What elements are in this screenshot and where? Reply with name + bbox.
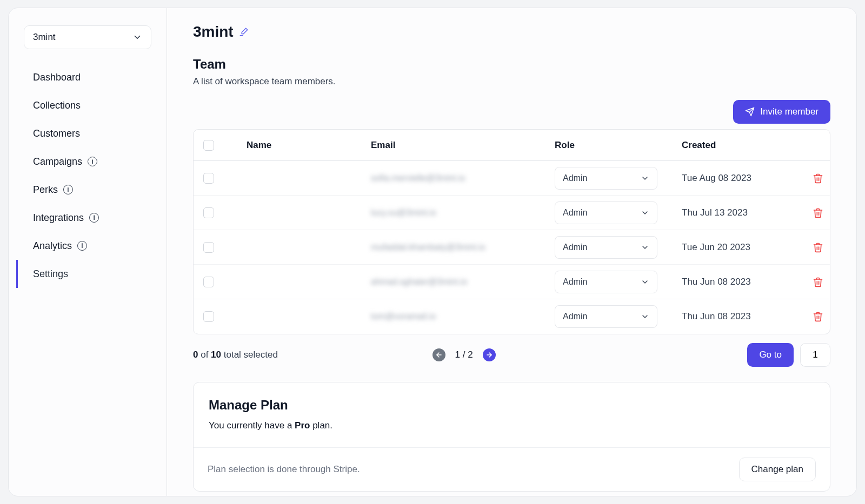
plan-top: Manage Plan You currently have a Pro pla… — [194, 382, 830, 447]
plan-text: You currently have a Pro plan. — [209, 420, 815, 431]
table-header-row: Name Email Role Created — [194, 130, 830, 161]
sidebar-item-campaigns[interactable]: Campaignsi — [16, 147, 159, 176]
chevron-down-icon — [641, 278, 649, 286]
delete-row-button[interactable] — [796, 242, 830, 253]
sidebar-item-label: Integrations — [33, 212, 84, 224]
row-created: Tue Aug 08 2023 — [672, 173, 796, 184]
next-page-button[interactable] — [483, 348, 496, 361]
email-blurred: lucy.xu@3mint.io — [371, 208, 436, 218]
pager-controls: 1 / 2 — [432, 348, 496, 361]
role-select[interactable]: Admin — [555, 201, 657, 224]
row-role-cell: Admin — [545, 236, 672, 259]
header-email: Email — [361, 140, 545, 151]
chevron-down-icon — [641, 243, 649, 252]
page-title: 3mint — [193, 23, 234, 41]
delete-row-button[interactable] — [796, 277, 830, 287]
header-checkbox-cell — [194, 140, 237, 151]
page-title-row: 3mint — [193, 23, 830, 41]
info-icon: i — [77, 241, 87, 251]
team-heading: Team — [193, 57, 830, 72]
email-blurred: tom@voramail.io — [371, 312, 436, 321]
delete-row-button[interactable] — [796, 207, 830, 218]
workspace-selector[interactable]: 3mint — [24, 25, 151, 49]
row-checkbox[interactable] — [203, 173, 214, 184]
row-email: ahmad.sghaier@3mint.io — [361, 277, 545, 287]
sidebar-item-settings[interactable]: Settings — [16, 260, 159, 288]
row-role-cell: Admin — [545, 201, 672, 224]
row-checkbox-cell — [194, 311, 237, 322]
workspace-name: 3mint — [33, 32, 56, 43]
sidebar-item-collections[interactable]: Collections — [16, 91, 159, 119]
sidebar-item-label: Analytics — [33, 240, 72, 252]
row-checkbox-cell — [194, 173, 237, 184]
info-icon: i — [63, 185, 73, 194]
table-row: mufaddal.khambaty@3mint.ioAdminTue Jun 2… — [194, 230, 830, 265]
change-plan-button[interactable]: Change plan — [739, 458, 816, 481]
team-table: Name Email Role Created sofia.mervielle@… — [193, 129, 830, 334]
row-email: tom@voramail.io — [361, 312, 545, 321]
email-blurred: sofia.mervielle@3mint.io — [371, 173, 465, 183]
header-name: Name — [237, 140, 361, 151]
role-value: Admin — [563, 277, 587, 287]
role-select[interactable]: Admin — [555, 271, 657, 293]
sidebar-item-label: Settings — [33, 268, 68, 280]
invite-member-button[interactable]: Invite member — [733, 100, 830, 124]
sidebar-item-label: Dashboard — [33, 72, 81, 83]
sidebar-item-label: Collections — [33, 100, 81, 111]
role-select[interactable]: Admin — [555, 236, 657, 259]
chevron-down-icon — [641, 209, 649, 217]
table-row: ahmad.sghaier@3mint.ioAdminThu Jun 08 20… — [194, 265, 830, 299]
total-count: 10 — [211, 350, 221, 360]
goto-button[interactable]: Go to — [747, 343, 794, 367]
send-icon — [745, 107, 755, 117]
sidebar-item-label: Perks — [33, 184, 58, 196]
role-select[interactable]: Admin — [555, 167, 657, 190]
row-checkbox-cell — [194, 242, 237, 253]
role-value: Admin — [563, 243, 587, 252]
sidebar-item-dashboard[interactable]: Dashboard — [16, 63, 159, 91]
sidebar-item-integrations[interactable]: Integrationsi — [16, 204, 159, 232]
sidebar-item-analytics[interactable]: Analyticsi — [16, 232, 159, 260]
delete-row-button[interactable] — [796, 311, 830, 322]
team-subheading: A list of workspace team members. — [193, 76, 830, 87]
plan-footer-text: Plan selection is done through Stripe. — [208, 464, 360, 475]
goto-input[interactable] — [800, 343, 830, 367]
sidebar-nav: DashboardCollectionsCustomersCampaignsiP… — [16, 63, 159, 288]
edit-icon[interactable] — [239, 27, 249, 37]
role-value: Admin — [563, 208, 587, 218]
role-select[interactable]: Admin — [555, 305, 657, 328]
prev-page-button[interactable] — [432, 348, 445, 361]
row-checkbox-cell — [194, 207, 237, 218]
main-content: 3mint Team A list of workspace team memb… — [167, 8, 856, 496]
row-checkbox[interactable] — [203, 311, 214, 322]
chevron-down-icon — [132, 32, 142, 42]
header-created: Created — [672, 140, 796, 151]
goto-group: Go to — [747, 343, 830, 367]
plan-bottom: Plan selection is done through Stripe. C… — [194, 447, 830, 491]
header-role: Role — [545, 140, 672, 151]
row-checkbox[interactable] — [203, 207, 214, 218]
row-checkbox[interactable] — [203, 277, 214, 287]
role-value: Admin — [563, 312, 587, 321]
invite-member-label: Invite member — [760, 106, 819, 117]
email-blurred: ahmad.sghaier@3mint.io — [371, 277, 467, 287]
row-checkbox[interactable] — [203, 242, 214, 253]
plan-card: Manage Plan You currently have a Pro pla… — [193, 382, 830, 492]
invite-row: Invite member — [193, 100, 830, 124]
row-created: Thu Jul 13 2023 — [672, 207, 796, 218]
row-role-cell: Admin — [545, 305, 672, 328]
info-icon: i — [89, 213, 99, 223]
plan-name: Pro — [295, 420, 310, 431]
plan-heading: Manage Plan — [209, 398, 815, 413]
row-role-cell: Admin — [545, 167, 672, 190]
sidebar-item-label: Customers — [33, 128, 80, 139]
select-all-checkbox[interactable] — [203, 140, 214, 151]
pagination-row: 0 of 10 total selected 1 / 2 Go to — [193, 343, 830, 367]
table-body: sofia.mervielle@3mint.ioAdminTue Aug 08 … — [194, 161, 830, 334]
sidebar-item-perks[interactable]: Perksi — [16, 176, 159, 204]
page-indicator: 1 / 2 — [455, 350, 473, 360]
row-email: lucy.xu@3mint.io — [361, 208, 545, 218]
table-row: tom@voramail.ioAdminThu Jun 08 2023 — [194, 299, 830, 334]
sidebar-item-customers[interactable]: Customers — [16, 119, 159, 147]
delete-row-button[interactable] — [796, 173, 830, 184]
